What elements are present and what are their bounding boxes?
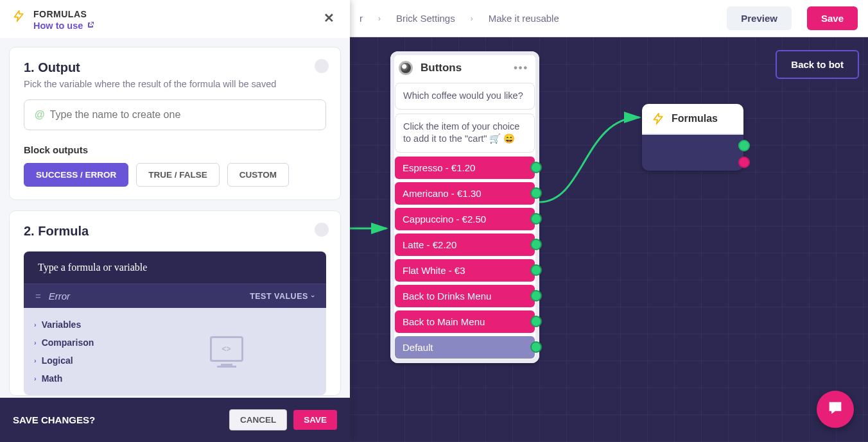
chat-icon <box>826 399 844 420</box>
pill-success-error[interactable]: SUCCESS / ERROR <box>24 163 128 187</box>
pill-true-false[interactable]: TRUE / FALSE <box>136 163 220 187</box>
option-button[interactable]: Latte - €2.20 <box>395 234 535 256</box>
section-heading: 2. Formula <box>24 224 326 239</box>
breadcrumb-item[interactable]: Make it reusable <box>489 13 559 24</box>
chevron-right-icon: › <box>378 14 381 23</box>
output-port[interactable] <box>530 162 542 173</box>
node-buttons[interactable]: Buttons ••• Which coffee would you like?… <box>390 51 539 363</box>
lightning-icon <box>12 9 26 23</box>
panel-header: FORMULAS How to use ✕ <box>0 0 350 38</box>
check-circle-icon <box>315 223 329 237</box>
output-port-success[interactable] <box>738 140 750 151</box>
block-outputs-label: Block outputs <box>24 144 326 155</box>
breadcrumb-item[interactable]: r <box>360 13 363 24</box>
chevron-right-icon: › <box>34 321 37 328</box>
test-values-toggle[interactable]: TEST VALUES › <box>250 292 315 301</box>
formula-hint[interactable]: Type a formula or variable <box>24 251 326 284</box>
message-bubble: Click the item of your choice to add it … <box>395 114 535 153</box>
more-icon[interactable]: ••• <box>514 62 528 74</box>
formula-category-list: ›Variables ›Comparison ›Logical ›Math <box>24 308 126 395</box>
output-port[interactable] <box>530 341 542 353</box>
panel-title: FORMULAS <box>33 9 312 19</box>
formula-editor: Type a formula or variable = Error TEST … <box>24 251 326 395</box>
node-formulas[interactable]: Formulas <box>642 104 743 171</box>
monitor-icon: <> <box>210 336 243 362</box>
how-to-use-link[interactable]: How to use <box>33 21 94 31</box>
node-title: Buttons <box>421 62 506 74</box>
option-button[interactable]: Americano - €1.30 <box>395 182 535 205</box>
chevron-right-icon: › <box>471 14 473 23</box>
chevron-right-icon: › <box>34 357 37 364</box>
pill-custom[interactable]: CUSTOM <box>227 163 289 187</box>
output-port[interactable] <box>530 213 542 225</box>
output-port[interactable] <box>530 187 542 199</box>
equals-icon: = <box>35 291 41 302</box>
avatar-icon <box>399 61 413 75</box>
output-port-error[interactable] <box>738 157 750 168</box>
external-link-icon <box>87 21 94 31</box>
option-button[interactable]: Flat White - €3 <box>395 259 535 282</box>
output-card: 1. Output Pick the variable where the re… <box>9 47 341 200</box>
back-to-bot-button[interactable]: Back to bot <box>776 50 859 79</box>
formula-category[interactable]: ›Variables <box>28 316 123 334</box>
option-button[interactable]: Back to Drinks Menu <box>395 285 535 307</box>
formula-category[interactable]: ›Comparison <box>28 334 123 352</box>
variable-name-field[interactable] <box>50 109 315 121</box>
check-circle-icon <box>315 59 329 73</box>
preview-button[interactable]: Preview <box>727 6 792 30</box>
variable-input[interactable]: @ <box>24 99 326 130</box>
section-subtext: Pick the variable where the result of th… <box>24 79 326 89</box>
node-title: Formulas <box>672 113 718 124</box>
output-port[interactable] <box>530 316 542 327</box>
side-panel: FORMULAS How to use ✕ 1. Output Pick the… <box>0 0 350 442</box>
option-button[interactable]: Espresso - €1.20 <box>395 157 535 179</box>
option-button[interactable]: Back to Main Menu <box>395 310 535 333</box>
save-button[interactable]: Save <box>807 6 858 30</box>
formula-status: Error <box>49 291 250 302</box>
formula-preview: <> <box>126 308 326 395</box>
section-heading: 1. Output <box>24 60 326 75</box>
chevron-right-icon: › <box>34 375 37 382</box>
formula-category[interactable]: ›Math <box>28 370 123 387</box>
formula-card: 2. Formula Type a formula or variable = … <box>9 210 341 396</box>
lightning-icon <box>651 112 665 126</box>
at-icon: @ <box>35 109 45 121</box>
output-port[interactable] <box>530 290 542 302</box>
cancel-button[interactable]: CANCEL <box>229 409 287 430</box>
save-button[interactable]: SAVE <box>293 410 337 430</box>
save-changes-label: SAVE CHANGES? <box>13 414 223 425</box>
option-default[interactable]: Default <box>395 336 535 359</box>
option-button[interactable]: Cappuccino - €2.50 <box>395 208 535 230</box>
breadcrumb-item[interactable]: Brick Settings <box>396 13 455 24</box>
output-port[interactable] <box>530 264 542 276</box>
chevron-right-icon: › <box>34 339 37 346</box>
message-bubble: Which coffee would you like? <box>395 83 535 110</box>
formula-category[interactable]: ›Logical <box>28 352 123 370</box>
panel-footer: SAVE CHANGES? CANCEL SAVE <box>0 398 350 442</box>
close-icon[interactable]: ✕ <box>320 9 338 27</box>
chevron-down-icon: › <box>309 294 317 297</box>
output-port[interactable] <box>530 239 542 250</box>
chat-fab[interactable] <box>817 391 854 428</box>
